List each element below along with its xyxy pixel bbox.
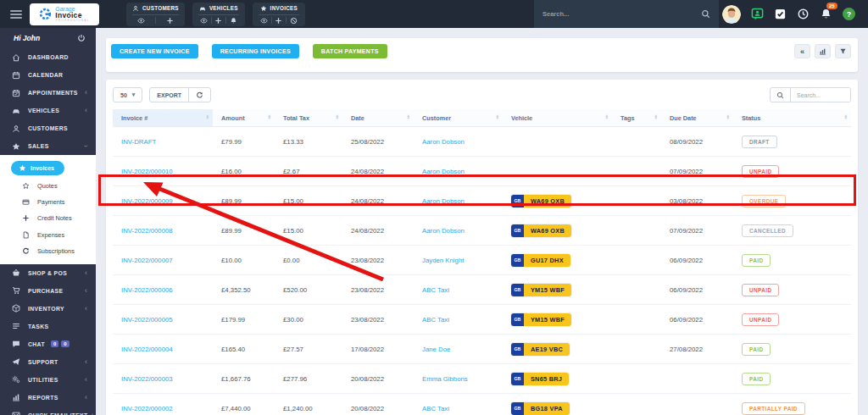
plus-icon[interactable] (275, 17, 282, 25)
sort-icon[interactable]: ▲▼ (604, 115, 609, 120)
invoice-link[interactable]: INV-2022/000008 (121, 227, 173, 235)
license-plate[interactable]: GB BG18 VPA (511, 402, 570, 415)
column-header-date[interactable]: Date ▲▼ (342, 109, 414, 126)
table-row[interactable]: INV-2022/000006 £4,352.50 £520.00 23/08/… (113, 275, 851, 305)
sidebar-item-chat[interactable]: CHAT 00 (0, 335, 96, 353)
sort-icon[interactable]: ▲▼ (267, 115, 271, 120)
search-icon[interactable] (701, 9, 710, 19)
quick-action-customers[interactable]: CUSTOMERS (126, 3, 185, 26)
sidebar-item-purchase[interactable]: PURCHASE ‹ (0, 282, 96, 300)
invoice-link[interactable]: INV-2022/000010 (121, 168, 173, 175)
page-size-select[interactable]: 50▾ (113, 87, 142, 102)
sidebar-item-calendar[interactable]: CALENDAR (0, 66, 96, 84)
create-new-invoice-button[interactable]: CREATE NEW INVOICE (111, 44, 198, 58)
clock-icon[interactable] (797, 8, 810, 20)
collapse-button[interactable]: « (794, 44, 810, 58)
license-plate[interactable]: GB GU17 DHX (511, 254, 570, 267)
sidebar-item-reports[interactable]: REPORTS ‹ (0, 389, 96, 407)
bell-icon[interactable] (230, 17, 237, 25)
sort-icon[interactable]: ▲▼ (654, 115, 658, 120)
table-search-icon[interactable] (771, 88, 791, 102)
export-button[interactable]: EXPORT (150, 88, 188, 102)
license-plate[interactable]: GB YM15 WBF (511, 313, 571, 326)
table-row[interactable]: INV-2022/000004 £165.40 £27.57 17/08/202… (113, 335, 851, 364)
sales-submenu-payments[interactable]: Payments (0, 194, 96, 210)
invoice-link[interactable]: INV-2022/000009 (121, 197, 173, 205)
license-plate[interactable]: GB SN65 BRJ (511, 373, 569, 385)
column-header-amount[interactable]: Amount ▲▼ (213, 109, 275, 126)
quick-action-vehicles[interactable]: VEHICLES (192, 3, 245, 26)
app-logo[interactable]: Garage Invoice PROFESSIONAL (30, 3, 99, 25)
table-row[interactable]: INV-2022/000002 £7,440.00 £1,240.00 20/0… (113, 394, 851, 415)
table-row-highlighted[interactable]: INV-2022/000009 £89.99 £15.00 24/08/2022… (113, 186, 851, 216)
plus-icon[interactable] (214, 17, 222, 25)
license-plate[interactable]: GB WA69 OXB (511, 195, 571, 208)
help-icon[interactable]: ? (843, 8, 855, 20)
customer-link[interactable]: Jane Doe (422, 346, 450, 353)
eye-icon[interactable] (137, 17, 145, 25)
table-row[interactable]: INV-2022/000008 £89.99 £15.00 24/08/2022… (113, 216, 851, 246)
customer-link[interactable]: Emma Gibbons (422, 375, 468, 383)
sales-submenu-credit-notes[interactable]: Credit Notes (0, 210, 96, 226)
license-plate[interactable]: GB YM15 WBF (511, 284, 571, 296)
ban-icon[interactable] (290, 17, 298, 25)
sidebar-item-support[interactable]: SUPPORT ‹ (0, 353, 96, 371)
invoice-link[interactable]: INV-2022/000004 (121, 346, 173, 353)
plus-icon[interactable] (166, 17, 174, 25)
sidebar-item-vehicles[interactable]: VEHICLES ‹ (0, 102, 96, 119)
notifications-bell-icon[interactable]: 25 (820, 8, 832, 20)
tasks-check-icon[interactable] (774, 8, 787, 20)
sidebar-item-dashboard[interactable]: DASHBOARD (0, 48, 96, 66)
table-row[interactable]: INV-2022/000010 £16.00 £2.67 24/08/2022 … (113, 157, 851, 186)
table-row[interactable]: INV-2022/000005 £179.99 £30.00 23/08/202… (113, 305, 851, 335)
sidebar-item-utilities[interactable]: UTILITIES ‹ (0, 371, 96, 389)
sidebar-item-shop-pos[interactable]: SHOP & POS ‹ (0, 264, 96, 282)
column-header-status[interactable]: Status ▲▼ (733, 109, 851, 126)
invoice-link[interactable]: INV-2022/000003 (121, 375, 173, 383)
customer-link[interactable]: Aaron Dobson (422, 138, 465, 146)
column-header-due-date[interactable]: Due Date ▲▼ (661, 109, 733, 126)
table-row[interactable]: INV-2022/000003 £1,667.76 £277.96 20/08/… (113, 364, 851, 394)
sidebar-item-quick-email-text[interactable]: QUICK EMAIL/TEXT ‹ (0, 407, 96, 415)
column-header-tags[interactable]: Tags ▲▼ (612, 109, 661, 126)
sales-submenu-quotes[interactable]: Quotes (0, 178, 96, 194)
sidebar-item-sales[interactable]: SALES ‹ (0, 137, 96, 155)
logout-power-icon[interactable] (77, 34, 86, 42)
eye-icon[interactable] (200, 17, 208, 25)
user-avatar[interactable] (722, 5, 741, 24)
sort-icon[interactable]: ▲▼ (335, 115, 339, 120)
sidebar-item-appointments[interactable]: APPOINTMENTS ‹ (0, 84, 96, 102)
sidebar-item-inventory[interactable]: INVENTORY ‹ (0, 300, 96, 318)
invoice-link[interactable]: INV-2022/000007 (121, 257, 173, 264)
invoice-link[interactable]: INV-2022/000005 (121, 316, 173, 324)
sales-submenu-expenses[interactable]: Expenses (0, 227, 96, 243)
table-row[interactable]: INV-DRAFT £79.99 £13.33 25/08/2022 Aaron… (113, 127, 851, 157)
column-header-total-tax[interactable]: Total Tax ▲▼ (275, 109, 342, 126)
sort-icon[interactable]: ▲▼ (406, 115, 410, 120)
invoice-link[interactable]: INV-DRAFT (121, 138, 156, 146)
sales-submenu-subscriptions[interactable]: Subscriptions (0, 243, 96, 259)
chart-stats-button[interactable] (815, 44, 831, 58)
filter-button[interactable] (835, 44, 851, 58)
customer-link[interactable]: Jayden Knight (422, 257, 464, 264)
invoice-link[interactable]: INV-2022/000002 (121, 405, 173, 412)
recurring-invoices-button[interactable]: RECURRING INVOICES (212, 44, 299, 58)
menu-toggle-icon[interactable] (10, 8, 22, 20)
messages-icon[interactable] (751, 8, 764, 20)
sidebar-item-invoices-active[interactable]: Invoices (11, 161, 64, 175)
sidebar-item-tasks[interactable]: TASKS (0, 318, 96, 335)
sort-icon[interactable]: ▲▼ (843, 115, 848, 120)
customer-link[interactable]: ABC Taxi (422, 316, 449, 324)
eye-icon[interactable] (260, 17, 268, 25)
license-plate[interactable]: GB WA69 OXB (511, 224, 571, 237)
column-header-customer[interactable]: Customer ▲▼ (414, 109, 503, 126)
customer-link[interactable]: Aaron Dobson (422, 227, 465, 235)
table-row[interactable]: INV-2022/000007 £10.00 £0.00 23/08/2022 … (113, 246, 851, 275)
sort-icon[interactable]: ▲▼ (495, 115, 499, 120)
column-header-invoice-[interactable]: Invoice # ▲▼ (113, 109, 213, 126)
sort-icon[interactable]: ▲▼ (205, 115, 209, 120)
refresh-button[interactable] (188, 88, 210, 102)
customer-link[interactable]: ABC Taxi (422, 286, 449, 294)
invoice-link[interactable]: INV-2022/000006 (121, 286, 173, 294)
global-search-input[interactable] (542, 10, 701, 18)
